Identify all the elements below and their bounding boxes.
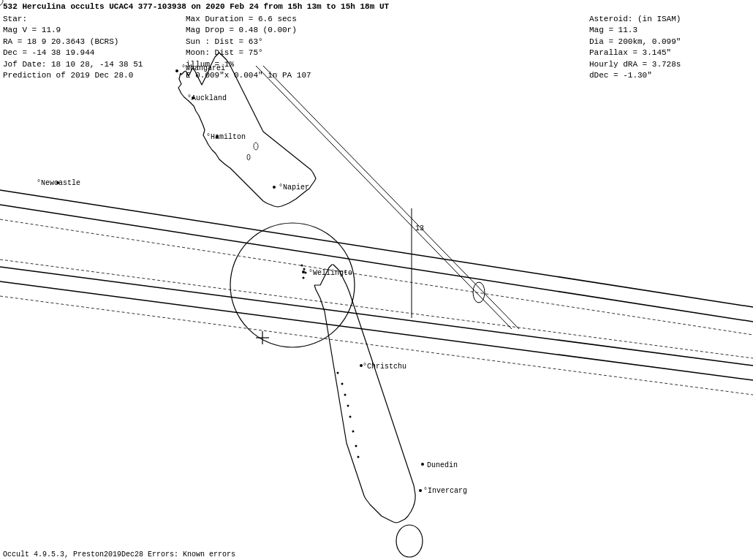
svg-point-39 — [421, 463, 424, 466]
header-info: 532 Herculina occults UCAC4 377-103938 o… — [0, 1, 753, 81]
ellipse-info: E 0.009"x 0.004" in PA 107 — [186, 70, 420, 81]
svg-text:°Christchu: °Christchu — [363, 363, 406, 371]
asteroid-info-column: Asteroid: (in ISAM) Mag = 11.3 Dia = 200… — [589, 14, 750, 81]
svg-point-27 — [352, 431, 355, 433]
asteroid-dia: Dia = 200km, 0.099" — [589, 37, 750, 48]
max-duration: Max Duration = 6.6 secs — [186, 14, 420, 25]
svg-point-16 — [301, 265, 303, 267]
svg-point-35 — [273, 186, 276, 189]
svg-text:°Hamilton: °Hamilton — [206, 133, 246, 141]
star-info-column: Star: Mag V = 11.9 RA = 18 9 20.3643 (BC… — [3, 14, 164, 81]
svg-text:°Auckland: °Auckland — [187, 94, 227, 102]
svg-point-29 — [357, 456, 360, 458]
page-title: 532 Herculina occults UCAC4 377-103938 o… — [3, 1, 750, 13]
duration-info-column: Max Duration = 6.6 secs Mag Drop = 0.48 … — [186, 14, 420, 81]
moon-dist: Moon: Dist = 75° — [186, 48, 420, 58]
svg-text:Dunedin: Dunedin — [427, 461, 458, 469]
svg-point-25 — [347, 405, 349, 407]
svg-text:°Napier: °Napier — [279, 183, 309, 192]
svg-point-40 — [419, 489, 422, 492]
star-mag: Mag V = 11.9 — [3, 25, 164, 36]
svg-point-22 — [337, 372, 339, 374]
footer: Occult 4.9.5.3, Preston2019Dec28 Errors:… — [3, 550, 235, 559]
moon-illum: illum = 1% — [186, 59, 420, 70]
svg-text:°Wellingto: °Wellingto — [309, 269, 352, 277]
svg-text:°Newcastle: °Newcastle — [37, 179, 80, 187]
svg-rect-0 — [0, 0, 753, 560]
svg-point-37 — [302, 270, 305, 273]
star-label: Star: — [3, 14, 164, 25]
sun-dist: Sun : Dist = 63° — [186, 37, 420, 48]
svg-point-28 — [355, 445, 357, 447]
svg-point-19 — [303, 277, 305, 279]
star-ra: RA = 18 9 20.3643 (BCRS) — [3, 37, 164, 48]
svg-point-17 — [303, 268, 306, 270]
asteroid-dra: Hourly dRA = 3.728s — [589, 59, 750, 70]
star-jof: Jof Date: 18 10 28, -14 38 51 — [3, 59, 164, 70]
map-canvas: 13 — [0, 0, 753, 560]
asteroid-mag: Mag = 11.3 — [589, 25, 750, 36]
asteroid-label: Asteroid: (in ISAM) — [589, 14, 750, 25]
svg-point-23 — [341, 383, 344, 385]
svg-point-26 — [349, 416, 352, 418]
star-dec: Dec = -14 38 19.944 — [3, 48, 164, 58]
asteroid-ddec: dDec = -1.30" — [589, 70, 750, 81]
footer-text: Occult 4.9.5.3, Preston2019Dec28 Errors:… — [3, 550, 235, 559]
svg-text:°Invercarg: °Invercarg — [423, 487, 467, 495]
asteroid-parallax: Parallax = 3.145" — [589, 48, 750, 58]
mag-drop: Mag Drop = 0.48 (0.00r) — [186, 25, 420, 36]
star-prediction: Prediction of 2019 Dec 28.0 — [3, 70, 164, 81]
svg-point-24 — [344, 394, 347, 396]
main-container: 13 — [0, 0, 753, 560]
